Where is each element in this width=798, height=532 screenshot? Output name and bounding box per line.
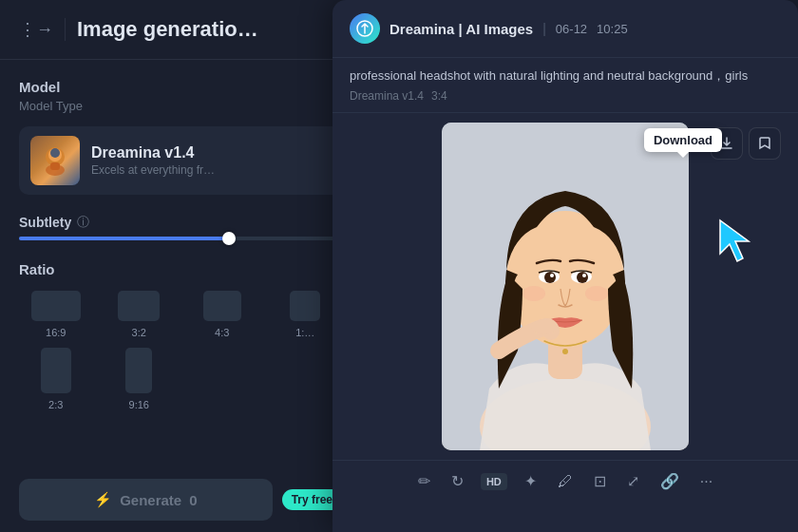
generate-label: Generate — [120, 492, 181, 508]
svg-point-3 — [50, 148, 60, 158]
more-tool[interactable]: ··· — [696, 471, 716, 492]
model-thumbnail — [30, 136, 80, 185]
ratio-box-16-9 — [31, 291, 81, 321]
top-bar: ⋮→ Image generatio… — [0, 0, 361, 60]
ratio-box-4-3 — [203, 291, 241, 321]
right-subheader: professional headshot with natural light… — [332, 58, 798, 113]
ai-generated-image — [442, 123, 689, 450]
model-info: Dreamina v1.4 Excels at everything fr… — [91, 144, 215, 177]
ratio-label-9-16: 9:16 — [129, 399, 149, 410]
bookmark-button[interactable] — [749, 127, 781, 160]
generate-count: 0 — [189, 492, 197, 508]
brush-tool[interactable]: 🖊 — [554, 471, 577, 492]
menu-icon[interactable]: ⋮→ — [19, 19, 53, 40]
app-name: Dreamina | AI Images — [390, 21, 533, 37]
panel-title: Image generatio… — [77, 17, 258, 42]
prompt-meta: Dreamina v1.4 3:4 — [350, 89, 781, 103]
header-sep: | — [542, 21, 546, 36]
app-icon — [350, 13, 380, 44]
prompt-text: professional headshot with natural light… — [350, 67, 781, 85]
svg-point-14 — [577, 272, 588, 283]
crop-tool[interactable]: ⊡ — [590, 470, 610, 492]
ratio-item-2-3[interactable]: 2:3 — [19, 348, 93, 410]
info-icon[interactable]: ⓘ — [77, 214, 89, 231]
slider-track — [19, 237, 342, 240]
ratio-box-1-1 — [290, 291, 320, 321]
model-card[interactable]: Dreamina v1.4 Excels at everything fr… — [19, 126, 342, 195]
generate-icon: ⚡ — [94, 491, 112, 508]
svg-point-18 — [562, 349, 568, 354]
svg-point-15 — [550, 274, 554, 277]
image-area: Download — [332, 113, 798, 450]
ratio-grid-row1: 16:9 3:2 4:3 1:… — [19, 291, 342, 338]
ratio-box-3-2 — [118, 291, 160, 321]
subtlety-slider[interactable] — [19, 237, 342, 240]
svg-point-16 — [582, 274, 586, 277]
svg-point-17 — [531, 319, 558, 334]
meta-model: Dreamina v1.4 — [350, 89, 424, 103]
ratio-label: Ratio — [19, 261, 342, 277]
ratio-label-2-3: 2:3 — [48, 399, 63, 410]
model-sublabel: Model Type — [19, 99, 342, 113]
ratio-grid-row2: 2:3 9:16 — [19, 348, 342, 410]
ratio-box-9-16 — [125, 348, 152, 393]
bookmark-icon — [757, 136, 772, 151]
cursor-svg — [711, 216, 758, 263]
header-time: 10:25 — [597, 22, 628, 36]
ratio-label-4-3: 4:3 — [215, 327, 229, 338]
meta-duration: 3:4 — [431, 89, 447, 103]
edit-tool[interactable]: ✏ — [414, 470, 434, 492]
header-date: 06-12 — [556, 22, 587, 36]
right-header: Dreamina | AI Images | 06-12 10:25 — [332, 0, 798, 58]
subtlety-label: Subtlety — [19, 215, 71, 230]
expand-tool[interactable]: ⤢ — [623, 470, 643, 492]
ratio-item-1-1[interactable]: 1:… — [269, 291, 343, 338]
svg-rect-4 — [50, 162, 60, 170]
right-panel: Dreamina | AI Images | 06-12 10:25 profe… — [332, 0, 798, 532]
model-label: Model — [19, 79, 342, 95]
slider-thumb[interactable] — [222, 232, 236, 245]
model-thumb-svg — [38, 143, 72, 178]
ratio-label-1-1: 1:… — [295, 327, 314, 338]
ratio-item-16-9[interactable]: 16:9 — [19, 291, 93, 338]
download-tooltip: Download — [644, 128, 722, 152]
ratio-item-9-16[interactable]: 9:16 — [103, 348, 177, 410]
slider-fill — [19, 237, 229, 240]
ratio-label-16-9: 16:9 — [46, 327, 66, 338]
bottom-bar: ⚡ Generate 0 Try free — [0, 467, 361, 532]
hd-tool[interactable]: HD — [481, 473, 507, 490]
enhance-tool[interactable]: ✦ — [521, 470, 541, 492]
svg-marker-6 — [720, 220, 749, 261]
svg-point-19 — [522, 286, 545, 301]
link-tool[interactable]: 🔗 — [656, 470, 683, 492]
svg-point-13 — [544, 272, 556, 283]
portrait-svg — [442, 123, 689, 450]
app-logo-svg — [356, 20, 373, 37]
generate-button[interactable]: ⚡ Generate 0 — [19, 479, 273, 521]
model-name: Dreamina v1.4 — [91, 144, 215, 162]
left-panel: ⋮→ Image generatio… Model Model Type Dre… — [0, 0, 361, 532]
left-content: Model Model Type Dreamina v1.4 Excels at… — [0, 60, 361, 448]
refresh-tool[interactable]: ↻ — [447, 470, 467, 492]
ratio-item-4-3[interactable]: 4:3 — [185, 291, 259, 338]
ratio-item-3-2[interactable]: 3:2 — [103, 291, 177, 338]
divider — [65, 18, 66, 41]
svg-point-20 — [585, 286, 608, 301]
ratio-box-2-3 — [41, 348, 71, 393]
ratio-label-3-2: 3:2 — [132, 327, 146, 338]
cursor-arrow — [711, 216, 758, 267]
model-desc: Excels at everything fr… — [91, 163, 215, 177]
subtlety-row: Subtlety ⓘ — [19, 214, 342, 231]
bottom-toolbar: ✏ ↻ HD ✦ 🖊 ⊡ ⤢ 🔗 ··· — [332, 460, 798, 502]
